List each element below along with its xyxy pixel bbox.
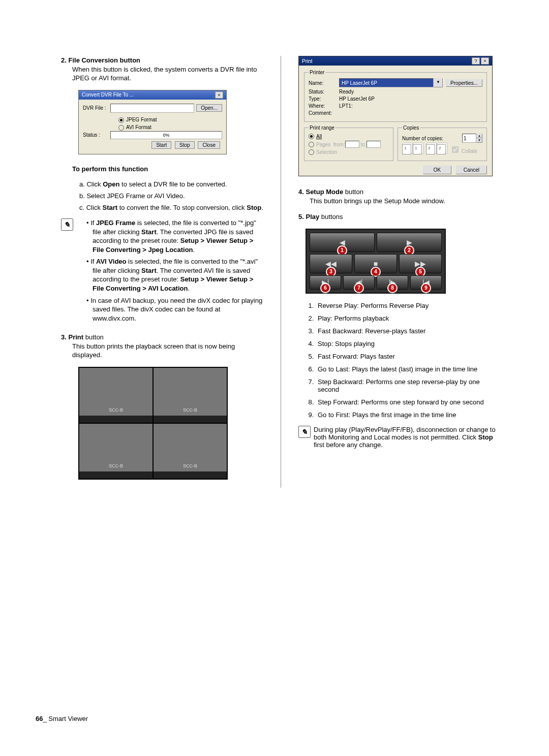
start-button[interactable]: Start — [151, 141, 171, 149]
section-title: File Conversion button — [68, 56, 140, 64]
column-divider — [281, 56, 281, 488]
print-dialog-titlebar: Print ? × — [299, 56, 492, 66]
quad-cell: SCC-B — [154, 424, 227, 479]
copies-fieldset: Copies Number of copies: ▲▼ — [398, 125, 487, 161]
note-divx: In case of AVI backup, you need the divX… — [76, 296, 263, 323]
list-item: Go to First: Plays the first image in th… — [316, 411, 501, 419]
open-button[interactable]: Open... — [196, 104, 222, 112]
page-footer: 66_ Smart Viewer — [36, 715, 88, 722]
left-column: 2. File Conversion button When this butt… — [61, 56, 263, 488]
page: 2. File Conversion button When this butt… — [0, 0, 549, 513]
copies-stepper[interactable]: ▲▼ — [462, 134, 482, 143]
section-2-heading: 2. File Conversion button When this butt… — [61, 56, 263, 83]
close-icon[interactable]: × — [481, 57, 489, 65]
progress-bar: 0% — [110, 131, 222, 139]
convert-dialog-figure: Convert DVR File To ... × DVR File : Ope… — [71, 90, 263, 154]
list-item: Play: Performs playback — [316, 314, 501, 322]
close-button[interactable]: Close — [198, 141, 220, 149]
reverse-play-button[interactable]: ◀1 — [310, 233, 375, 252]
section-title: Print — [68, 333, 83, 341]
radio-all[interactable]: All — [309, 134, 389, 139]
list-item: Step Forward: Performs one step forward … — [316, 398, 501, 406]
list-item: Step Backward: Performs one step reverse… — [316, 378, 501, 393]
printer-fieldset: Printer Name: HP LaserJet 6P ▼ Propertie… — [304, 70, 487, 122]
section-4-desc: This button brings up the Setup Mode win… — [298, 197, 501, 206]
step-c: c. Click Start to convert the file. To s… — [72, 204, 263, 211]
print-dialog: Print ? × Printer Name: HP LaserJet 6P ▼… — [298, 56, 493, 176]
collate-checkbox — [452, 146, 459, 153]
note-block-2: ✎ During play (Play/RevPlay/FF/FB), disc… — [298, 426, 501, 449]
dvr-file-label: DVR File : — [83, 105, 110, 111]
step-backward-button[interactable]: ◀|7 — [343, 275, 375, 290]
status-label: Status : — [83, 132, 110, 138]
print-dialog-title: Print — [302, 58, 313, 64]
convert-dialog-title: Convert DVR File To ... — [82, 92, 134, 98]
radio-jpeg[interactable]: JPEG Format — [118, 116, 222, 123]
section-3-heading: 3. Print button This button prints the p… — [61, 333, 263, 360]
help-icon[interactable]: ? — [472, 57, 480, 65]
perform-heading: To perform this function — [61, 165, 263, 174]
note-block-1: ✎ If JPEG Frame is selected, the file is… — [61, 218, 263, 326]
close-icon[interactable]: × — [215, 91, 223, 99]
list-item: Reverse Play: Performs Reverse Play — [316, 302, 501, 309]
collate-icon — [426, 144, 446, 154]
play-button[interactable]: ▶2 — [377, 233, 442, 252]
convert-dialog-titlebar: Convert DVR File To ... × — [79, 90, 226, 100]
step-forward-button[interactable]: |▶8 — [377, 275, 408, 290]
collate-icon — [402, 144, 422, 154]
section-2-desc: When this button is clicked, the system … — [61, 65, 263, 83]
note-text: During play (Play/RevPlay/FF/FB), discon… — [314, 426, 501, 449]
perform-steps: a. Click Open to select a DVR file to be… — [61, 180, 263, 211]
ok-button[interactable]: OK — [423, 166, 451, 174]
goto-first-button[interactable]: |◀9 — [410, 275, 442, 290]
dvr-file-input[interactable] — [110, 104, 194, 113]
radio-selection: Selection — [309, 149, 389, 155]
radio-pages: Pages from: to: — [309, 141, 389, 148]
note-icon: ✎ — [298, 426, 311, 438]
step-a: a. Click Open to select a DVR file to be… — [72, 180, 263, 188]
play-panel-figure: ◀1 ▶2 ◀◀3 ■4 ▶▶5 ▶|6 ◀|7 |▶8 |◀9 — [306, 229, 501, 294]
note-icon: ✎ — [61, 218, 73, 231]
note-avi: If AVI Video is selected, the file is co… — [76, 257, 263, 293]
page-number: 66 — [36, 715, 43, 722]
section-3-desc: This button prints the playback screen t… — [61, 342, 263, 360]
play-description-list: Reverse Play: Performs Reverse Play Play… — [298, 302, 501, 419]
section-number: 3. — [61, 333, 67, 341]
step-b: b. Select JPEG Frame or AVI Video. — [72, 192, 263, 200]
properties-button[interactable]: Properties... — [446, 79, 482, 87]
print-range-fieldset: Print range All Pages from: to: Selectio… — [304, 125, 393, 161]
fast-forward-button[interactable]: ▶▶5 — [399, 254, 442, 273]
quad-grid: SCC-B SCC-B SCC-B SCC-B — [78, 367, 228, 480]
convert-dialog: Convert DVR File To ... × DVR File : Ope… — [78, 90, 227, 154]
list-item: Go to Last: Plays the latest (last) imag… — [316, 365, 501, 373]
fast-backward-button[interactable]: ◀◀3 — [310, 254, 352, 273]
quad-cell: SCC-B — [79, 424, 152, 479]
quad-cell: SCC-B — [79, 368, 152, 423]
note-jpeg: If JPEG Frame is selected, the file is c… — [76, 218, 263, 254]
radio-avi[interactable]: AVI Format — [118, 123, 222, 131]
printer-select[interactable]: HP LaserJet 6P — [339, 78, 434, 87]
cancel-button[interactable]: Cancel — [456, 166, 487, 174]
section-5-heading: 5. Play buttons — [298, 212, 501, 222]
list-item: Fast Forward: Plays faster — [316, 353, 501, 360]
play-panel: ◀1 ▶2 ◀◀3 ■4 ▶▶5 ▶|6 ◀|7 |▶8 |◀9 — [306, 229, 446, 294]
quad-cell: SCC-B — [154, 368, 227, 423]
list-item: Fast Backward: Reverse-plays faster — [316, 327, 501, 335]
section-name: Smart Viewer — [48, 715, 88, 722]
stop-button[interactable]: ■4 — [354, 254, 397, 273]
goto-last-button[interactable]: ▶|6 — [310, 275, 341, 290]
stop-button[interactable]: Stop — [175, 141, 195, 149]
print-preview-figure: SCC-B SCC-B SCC-B SCC-B — [71, 367, 263, 480]
list-item: Stop: Stops playing — [316, 340, 501, 348]
chevron-down-icon[interactable]: ▼ — [434, 78, 443, 87]
section-number: 2. — [61, 56, 67, 64]
section-4-heading: 4. Setup Mode button This button brings … — [298, 187, 501, 205]
name-label: Name: — [309, 80, 339, 86]
right-column: Print ? × Printer Name: HP LaserJet 6P ▼… — [298, 56, 501, 488]
